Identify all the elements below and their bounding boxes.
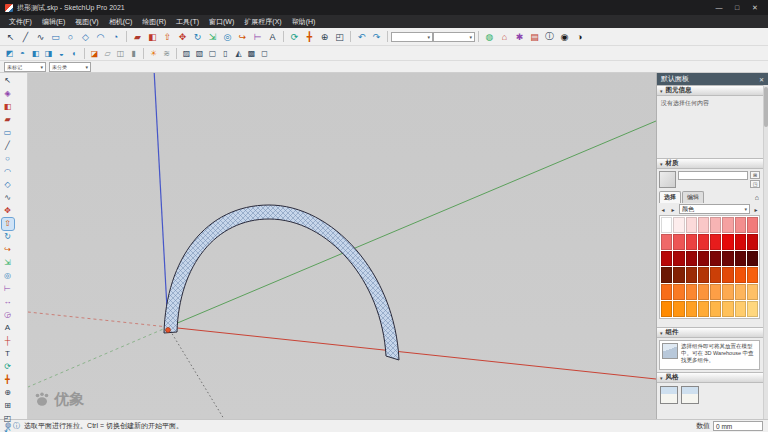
- extension-warehouse-icon[interactable]: ✱: [512, 30, 527, 44]
- shadows-icon[interactable]: ☀: [147, 47, 160, 59]
- collection-dropdown[interactable]: 颜色 ▾: [679, 204, 750, 214]
- top-view-icon[interactable]: ◓: [16, 47, 29, 59]
- forward-arrow-icon[interactable]: ▸: [669, 206, 677, 213]
- credits-icon[interactable]: ⓘ: [13, 421, 20, 431]
- view-preset-dropdown[interactable]: ▾: [391, 32, 433, 42]
- push-pull-icon[interactable]: ⇧: [160, 30, 175, 44]
- text-icon[interactable]: A: [265, 30, 280, 44]
- color-swatch-1-5[interactable]: [722, 234, 733, 250]
- component-thumbnail[interactable]: [662, 343, 678, 359]
- wireframe-icon[interactable]: ▢: [206, 47, 219, 59]
- color-swatch-4-6[interactable]: [735, 284, 746, 300]
- color-swatch-1-3[interactable]: [698, 234, 709, 250]
- details-arrow-icon[interactable]: ▸: [752, 206, 760, 213]
- color-swatch-1-4[interactable]: [710, 234, 721, 250]
- line-icon[interactable]: ╱: [18, 30, 33, 44]
- front-view-icon[interactable]: ◧: [29, 47, 42, 59]
- zoom-window-tool[interactable]: ⊞: [2, 400, 14, 412]
- menu-file[interactable]: 文件(F): [4, 17, 37, 27]
- circle-icon[interactable]: ○: [63, 30, 78, 44]
- color-swatch-0-3[interactable]: [698, 217, 709, 233]
- orbit-tool[interactable]: ⟳: [2, 361, 14, 373]
- color-swatch-4-4[interactable]: [710, 284, 721, 300]
- section-fill-icon[interactable]: ▮: [127, 47, 140, 59]
- panel-close-icon[interactable]: ✕: [759, 76, 764, 83]
- shaded-icon[interactable]: ◭: [232, 47, 245, 59]
- arch-face[interactable]: [164, 205, 399, 360]
- color-swatch-2-3[interactable]: [698, 251, 709, 267]
- color-swatch-2-4[interactable]: [710, 251, 721, 267]
- follow-me-tool[interactable]: ↪: [2, 244, 14, 256]
- viewport[interactable]: 优象: [28, 73, 656, 419]
- zoom-icon[interactable]: ⊕: [317, 30, 332, 44]
- text-tool[interactable]: A: [2, 322, 14, 334]
- color-swatch-1-6[interactable]: [735, 234, 746, 250]
- menu-camera[interactable]: 相机(C): [104, 17, 138, 27]
- zoom-extents-icon[interactable]: ◰: [332, 30, 347, 44]
- scale-tool[interactable]: ⇲: [2, 257, 14, 269]
- offset-tool[interactable]: ◎: [2, 270, 14, 282]
- offset-icon[interactable]: ◎: [220, 30, 235, 44]
- section-plane-icon[interactable]: ◪: [88, 47, 101, 59]
- paint-bucket-icon[interactable]: ◧: [145, 30, 160, 44]
- color-swatch-4-2[interactable]: [686, 284, 697, 300]
- pie-icon[interactable]: ◔: [108, 30, 123, 44]
- pan-tool[interactable]: ╋: [2, 374, 14, 386]
- section-header-components[interactable]: ▾ 组件: [657, 327, 768, 338]
- color-swatch-0-0[interactable]: [661, 217, 672, 233]
- color-swatch-3-6[interactable]: [735, 267, 746, 283]
- color-swatch-5-2[interactable]: [686, 301, 697, 317]
- select-tool[interactable]: ↖: [2, 75, 14, 87]
- rotate-icon[interactable]: ↻: [190, 30, 205, 44]
- iso-view-icon[interactable]: ◩: [3, 47, 16, 59]
- maximize-button[interactable]: □: [729, 4, 745, 12]
- menu-help[interactable]: 帮助(H): [287, 17, 321, 27]
- circle-tool[interactable]: ○: [2, 153, 14, 165]
- polygon-icon[interactable]: ◇: [78, 30, 93, 44]
- polygon-tool[interactable]: ◇: [2, 179, 14, 191]
- axes-tool[interactable]: ┼: [2, 335, 14, 347]
- display-section-planes-icon[interactable]: ▱: [101, 47, 114, 59]
- menu-extensions[interactable]: 扩展程序(X): [239, 17, 286, 27]
- color-swatch-4-7[interactable]: [747, 284, 758, 300]
- pan-icon[interactable]: ╋: [302, 30, 317, 44]
- close-button[interactable]: ✕: [747, 4, 763, 12]
- scrollbar-thumb[interactable]: [764, 87, 768, 127]
- menu-edit[interactable]: 编辑(E): [37, 17, 70, 27]
- undo-icon[interactable]: ↶: [354, 30, 369, 44]
- color-swatch-1-7[interactable]: [747, 234, 758, 250]
- color-swatch-4-5[interactable]: [722, 284, 733, 300]
- layout-icon[interactable]: ▤: [527, 30, 542, 44]
- color-swatch-3-7[interactable]: [747, 267, 758, 283]
- color-swatch-0-5[interactable]: [722, 217, 733, 233]
- redo-icon[interactable]: ↷: [369, 30, 384, 44]
- rotate-tool[interactable]: ↻: [2, 231, 14, 243]
- model-info-icon[interactable]: ⓘ: [542, 30, 557, 44]
- monochrome-icon[interactable]: ◻: [258, 47, 271, 59]
- color-swatch-3-5[interactable]: [722, 267, 733, 283]
- minimize-button[interactable]: —: [711, 4, 727, 12]
- protractor-tool[interactable]: ◶: [2, 309, 14, 321]
- eraser-tool[interactable]: ▰: [2, 114, 14, 126]
- color-swatch-3-1[interactable]: [673, 267, 684, 283]
- color-swatch-5-5[interactable]: [722, 301, 733, 317]
- color-swatch-3-2[interactable]: [686, 267, 697, 283]
- freehand-tool[interactable]: ∿: [2, 192, 14, 204]
- select-icon[interactable]: ↖: [3, 30, 18, 44]
- color-swatch-2-0[interactable]: [661, 251, 672, 267]
- color-swatch-3-0[interactable]: [661, 267, 672, 283]
- style-thumb-2[interactable]: [681, 386, 699, 404]
- back-edges-icon[interactable]: ▧: [193, 47, 206, 59]
- 3d-warehouse-icon[interactable]: ⌂: [497, 30, 512, 44]
- 3d-text-tool[interactable]: T: [2, 348, 14, 360]
- right-view-icon[interactable]: ◨: [42, 47, 55, 59]
- color-swatch-2-2[interactable]: [686, 251, 697, 267]
- eraser-icon[interactable]: ▰: [130, 30, 145, 44]
- create-material-button[interactable]: ⊞: [750, 171, 760, 179]
- color-swatch-5-4[interactable]: [710, 301, 721, 317]
- set-default-button[interactable]: ◳: [750, 180, 760, 188]
- display-section-cuts-icon[interactable]: ◫: [114, 47, 127, 59]
- color-swatch-4-3[interactable]: [698, 284, 709, 300]
- color-swatch-1-0[interactable]: [661, 234, 672, 250]
- push-pull-tool[interactable]: ⇧: [2, 218, 14, 230]
